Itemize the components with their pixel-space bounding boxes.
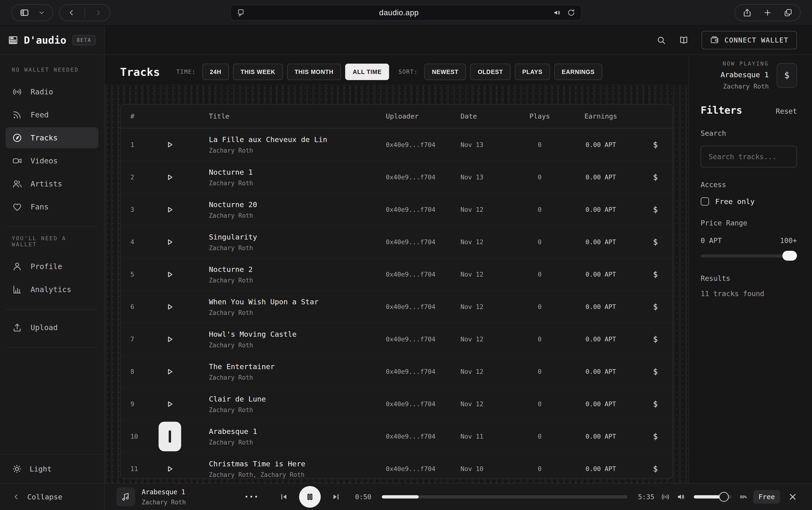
close-player-icon[interactable] bbox=[788, 492, 797, 501]
url-bar[interactable]: daudio.app bbox=[230, 5, 582, 21]
tabs-overview-icon[interactable] bbox=[784, 8, 792, 17]
time-filter-this-month[interactable]: THIS MONTH bbox=[287, 64, 341, 80]
col-title: Title bbox=[188, 112, 367, 120]
bar-chart-icon bbox=[12, 284, 22, 295]
play-button[interactable] bbox=[162, 396, 178, 412]
row-uploader: 0x40e9...f704 bbox=[367, 303, 449, 310]
row-tip-button[interactable]: $ bbox=[638, 464, 672, 473]
reload-icon[interactable] bbox=[567, 9, 575, 17]
table-row[interactable]: 10Arabesque 1Zachary Roth0x40e9...f704No… bbox=[120, 420, 672, 452]
row-title-cell: SingularityZachary Roth bbox=[188, 233, 367, 251]
new-tab-icon[interactable] bbox=[763, 9, 772, 17]
row-tip-button[interactable]: $ bbox=[638, 140, 672, 149]
progress-bar[interactable] bbox=[382, 495, 628, 499]
sidebar-item-analytics[interactable]: Analytics bbox=[6, 279, 98, 300]
table-row[interactable]: 7Howl's Moving CastleZachary Roth0x40e9.… bbox=[120, 323, 672, 355]
free-only-checkbox[interactable] bbox=[701, 197, 709, 206]
play-button[interactable] bbox=[162, 331, 178, 348]
row-date: Nov 12 bbox=[449, 303, 516, 310]
page-title: Tracks bbox=[120, 65, 160, 79]
row-tip-button[interactable]: $ bbox=[638, 302, 672, 311]
sidebar-item-profile[interactable]: Profile bbox=[6, 256, 98, 277]
table-row[interactable]: 3Nocturne 20Zachary Roth0x40e9...f704Nov… bbox=[120, 193, 672, 226]
volume-handle[interactable] bbox=[719, 492, 729, 502]
row-tip-button[interactable]: $ bbox=[638, 237, 672, 246]
page-settings-icon[interactable] bbox=[237, 9, 245, 17]
player-menu-button[interactable]: ••• bbox=[244, 493, 259, 500]
volume-icon[interactable] bbox=[676, 492, 685, 501]
row-tip-button[interactable]: $ bbox=[638, 367, 672, 376]
table-row[interactable]: 6When You Wish Upon a StarZachary Roth0x… bbox=[120, 291, 672, 323]
sidebar-item-tracks[interactable]: Tracks bbox=[6, 127, 98, 148]
table-row[interactable]: 9Clair de LuneZachary Roth0x40e9...f704N… bbox=[120, 388, 672, 420]
play-button[interactable] bbox=[162, 266, 178, 283]
play-button[interactable] bbox=[162, 202, 178, 218]
filters-reset-button[interactable]: Reset bbox=[776, 107, 797, 115]
play-button[interactable] bbox=[162, 299, 178, 315]
row-uploader: 0x40e9...f704 bbox=[367, 141, 449, 148]
table-row[interactable]: 11Christmas Time is HereZachary Roth, Za… bbox=[120, 452, 672, 479]
search-icon[interactable] bbox=[657, 35, 666, 45]
row-tip-button[interactable]: $ bbox=[638, 205, 672, 214]
row-tip-button[interactable]: $ bbox=[638, 432, 672, 441]
search-input[interactable] bbox=[701, 146, 797, 168]
play-button[interactable] bbox=[162, 461, 178, 477]
share-icon[interactable] bbox=[743, 8, 751, 17]
now-playing-card: NOW PLAYING Arabesque 1 Zachary Roth $ bbox=[701, 61, 797, 90]
table-row[interactable]: 4SingularityZachary Roth0x40e9...f704Nov… bbox=[120, 226, 672, 258]
radio-broadcast-icon[interactable] bbox=[661, 492, 670, 501]
row-title-cell: When You Wish Upon a StarZachary Roth bbox=[188, 298, 367, 316]
docs-book-icon[interactable] bbox=[679, 35, 689, 45]
play-button[interactable] bbox=[162, 137, 178, 153]
theme-toggle[interactable]: Light bbox=[0, 454, 104, 483]
price-slider[interactable] bbox=[701, 250, 797, 261]
sort-earnings[interactable]: EARNINGS bbox=[554, 64, 602, 80]
collapse-button[interactable]: Collapse bbox=[0, 483, 104, 510]
audio-playing-icon[interactable] bbox=[553, 9, 561, 17]
volume-slider[interactable] bbox=[694, 495, 731, 499]
row-plays: 0 bbox=[516, 271, 563, 278]
sidebar-item-feed[interactable]: Feed bbox=[6, 104, 98, 125]
connect-wallet-button[interactable]: CONNECT WALLET bbox=[702, 31, 797, 49]
row-tip-button[interactable]: $ bbox=[638, 335, 672, 344]
row-tip-button[interactable]: $ bbox=[638, 270, 672, 279]
sort-plays[interactable]: PLAYS bbox=[515, 64, 550, 80]
row-tip-button[interactable]: $ bbox=[638, 173, 672, 182]
sidebar-item-label: Upload bbox=[31, 323, 58, 332]
forward-icon[interactable] bbox=[94, 9, 102, 17]
sort-oldest[interactable]: OLDEST bbox=[470, 64, 510, 80]
table-row[interactable]: 2Nocturne 1Zachary Roth0x40e9...f704Nov … bbox=[120, 161, 672, 193]
pause-button[interactable] bbox=[299, 486, 321, 508]
play-button[interactable] bbox=[162, 363, 178, 380]
sidebar-item-fans[interactable]: Fans bbox=[6, 196, 98, 217]
row-tip-button[interactable]: $ bbox=[638, 399, 672, 409]
next-track-icon[interactable] bbox=[331, 492, 340, 501]
free-only-option[interactable]: Free only bbox=[701, 197, 797, 206]
now-playing-button[interactable] bbox=[158, 422, 181, 451]
time-filter-24h[interactable]: 24H bbox=[202, 64, 229, 80]
table-row[interactable]: 5Nocturne 2Zachary Roth0x40e9...f704Nov … bbox=[120, 258, 672, 291]
row-plays: 0 bbox=[516, 303, 563, 310]
sidebar-item-videos[interactable]: Videos bbox=[6, 150, 98, 172]
browser-sidebar-toggle-icon[interactable] bbox=[20, 8, 29, 18]
sidebar-item-upload[interactable]: Upload bbox=[6, 317, 98, 338]
tip-button[interactable]: $ bbox=[777, 63, 797, 88]
row-number: 10 bbox=[120, 433, 151, 440]
sidebar-item-radio[interactable]: Radio bbox=[6, 81, 98, 102]
row-uploader: 0x40e9...f704 bbox=[367, 368, 449, 375]
back-icon[interactable] bbox=[68, 9, 75, 17]
table-row[interactable]: 1La Fille aux Cheveux de LinZachary Roth… bbox=[120, 128, 672, 161]
play-button[interactable] bbox=[162, 234, 178, 250]
nav-group: YOU'LL NEED A WALLETProfileAnalytics bbox=[6, 227, 98, 309]
filters-title: Filters bbox=[701, 104, 742, 116]
play-button[interactable] bbox=[162, 169, 178, 185]
price-slider-handle[interactable] bbox=[782, 251, 797, 261]
time-filter-all-time[interactable]: ALL TIME bbox=[345, 64, 389, 80]
sidebar-item-artists[interactable]: Artists bbox=[6, 173, 98, 194]
sort-newest[interactable]: NEWEST bbox=[424, 64, 466, 80]
time-filter-this-week[interactable]: THIS WEEK bbox=[233, 64, 283, 80]
table-row[interactable]: 8The EntertainerZachary Roth0x40e9...f70… bbox=[120, 355, 672, 388]
chevron-down-icon[interactable] bbox=[38, 10, 45, 16]
previous-track-icon[interactable] bbox=[280, 492, 288, 501]
browser-actions-group bbox=[734, 4, 801, 21]
